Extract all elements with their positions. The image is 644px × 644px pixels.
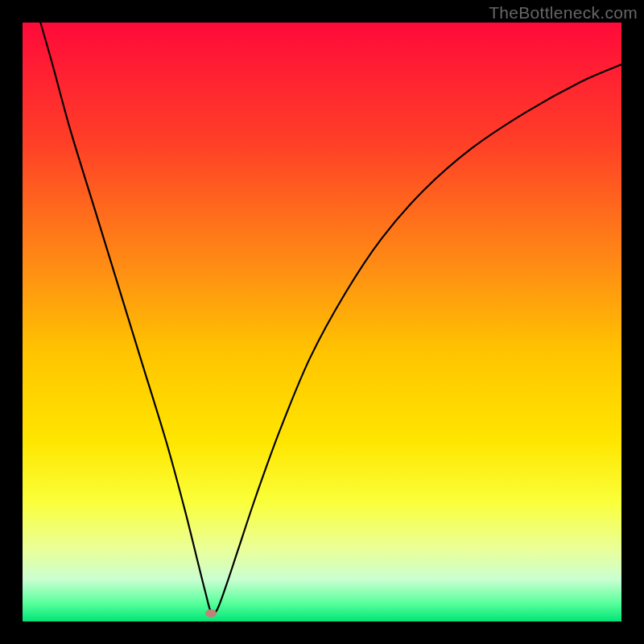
chart-background [23, 23, 621, 621]
watermark-text: TheBottleneck.com [489, 3, 638, 23]
plot-area [23, 23, 621, 621]
chart-container: TheBottleneck.com [0, 0, 644, 644]
chart-svg [23, 23, 621, 621]
optimal-point-marker [205, 609, 217, 617]
